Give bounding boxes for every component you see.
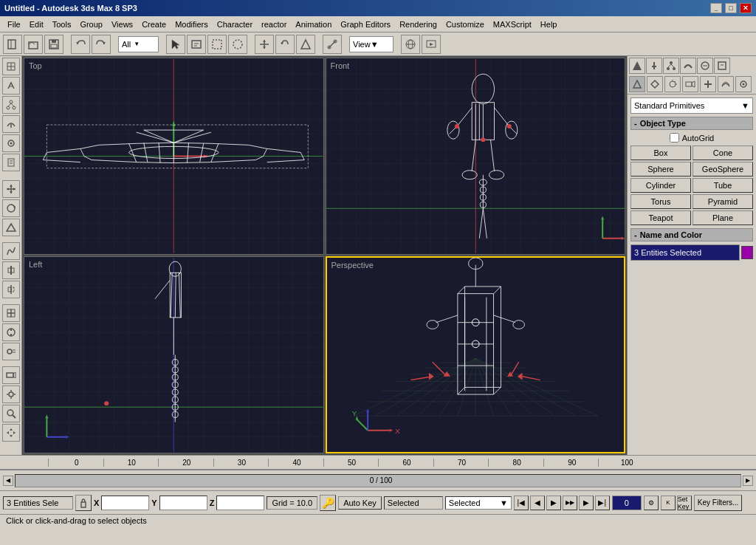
systems-subtab[interactable] — [735, 76, 752, 92]
menu-views[interactable]: Views — [107, 18, 137, 30]
timeline-scroll-right[interactable]: ▶ — [743, 476, 753, 486]
redo-button[interactable] — [92, 35, 111, 54]
scale-tool[interactable] — [2, 219, 20, 236]
pyramid-button[interactable]: Pyramid — [693, 194, 753, 209]
cameras-subtab[interactable] — [682, 76, 698, 92]
undo-button[interactable] — [71, 35, 90, 54]
menu-modifiers[interactable]: Modifiers — [171, 18, 213, 30]
teapot-button[interactable]: Teapot — [630, 210, 691, 225]
save-button[interactable] — [44, 35, 63, 54]
circle-select-button[interactable] — [228, 35, 247, 54]
modify-tab[interactable] — [646, 58, 662, 74]
menu-customize[interactable]: Customize — [441, 18, 489, 30]
go-to-start-button[interactable]: |◀ — [514, 496, 529, 510]
display-tab[interactable] — [697, 58, 713, 74]
create-tab[interactable] — [629, 58, 645, 74]
maximize-button[interactable]: □ — [725, 3, 737, 13]
create-tool[interactable] — [2, 58, 20, 75]
light-tool[interactable] — [2, 385, 20, 403]
z-input[interactable] — [216, 496, 264, 510]
menu-graph-editors[interactable]: Graph Editors — [336, 18, 395, 30]
spline-tool[interactable] — [2, 242, 20, 260]
menu-maxscript[interactable]: MAXScript — [489, 18, 536, 30]
hierarchy-tool[interactable] — [2, 96, 20, 114]
align-tool[interactable] — [2, 261, 20, 279]
geosphere-button[interactable]: GeoSphere — [693, 162, 753, 176]
go-to-end-button[interactable]: ▶| — [595, 496, 610, 510]
timeline-scroll-left[interactable]: ◀ — [3, 476, 13, 486]
set-keys-icon[interactable]: 🔑 — [320, 495, 336, 511]
lights-subtab[interactable] — [664, 76, 681, 92]
color-swatch[interactable] — [741, 246, 753, 259]
selection-mode-dropdown[interactable]: Selected ▼ — [445, 496, 512, 510]
time-config-button[interactable]: ⚙ — [644, 496, 659, 510]
cylinder-button[interactable]: Cylinder — [630, 178, 691, 193]
menu-rendering[interactable]: Rendering — [395, 18, 441, 30]
object-name-input[interactable] — [630, 244, 740, 261]
render-button[interactable] — [422, 35, 441, 54]
key-mode-button[interactable]: K — [661, 496, 676, 510]
auto-key-button[interactable]: Auto Key — [338, 496, 382, 510]
titlebar-controls[interactable]: _ □ ✕ — [710, 3, 752, 13]
utility-tab[interactable] — [714, 58, 730, 74]
menu-character[interactable]: Character — [213, 18, 257, 30]
camera-tool[interactable] — [2, 366, 20, 384]
sphere-button[interactable]: Sphere — [630, 162, 691, 176]
x-input[interactable] — [101, 496, 149, 510]
motion-tab[interactable] — [680, 58, 696, 74]
menu-reactor[interactable]: reactor — [257, 18, 291, 30]
menu-edit[interactable]: Edit — [25, 18, 48, 30]
play-button[interactable]: ▶ — [546, 496, 561, 510]
menu-animation[interactable]: Animation — [291, 18, 336, 30]
primitives-type-dropdown[interactable]: Standard Primitives ▼ — [630, 97, 753, 114]
menu-help[interactable]: Help — [536, 18, 562, 30]
display-tool[interactable] — [2, 134, 20, 152]
motion-tool[interactable] — [2, 115, 20, 133]
open-button[interactable] — [24, 35, 43, 54]
y-input[interactable] — [159, 496, 207, 510]
plane-button[interactable]: Plane — [693, 210, 753, 225]
close-button[interactable]: ✕ — [740, 3, 752, 13]
name-color-section[interactable]: - Name and Color — [630, 228, 753, 241]
shapes-subtab[interactable] — [647, 76, 663, 92]
spacewarps-subtab[interactable] — [718, 76, 734, 92]
new-scene-button[interactable] — [3, 35, 22, 54]
menu-file[interactable]: File — [3, 18, 25, 30]
pan-tool[interactable] — [2, 424, 20, 442]
snap-tool[interactable] — [2, 323, 20, 341]
geometry-subtab[interactable] — [629, 76, 645, 92]
select-and-move[interactable] — [2, 180, 20, 198]
menu-group[interactable]: Group — [75, 18, 107, 30]
next-frame-button[interactable]: ▶ — [579, 496, 594, 510]
box-button[interactable]: Box — [630, 145, 691, 160]
rotate-tool[interactable] — [2, 199, 20, 217]
autogrid-checkbox[interactable] — [670, 133, 679, 143]
minimize-button[interactable]: _ — [710, 3, 722, 13]
set-key-button[interactable]: Set Key — [677, 496, 692, 510]
tube-button[interactable]: Tube — [693, 178, 753, 193]
zoom-extents-tool[interactable] — [2, 405, 20, 422]
viewport-top[interactable]: Top — [24, 58, 324, 255]
play-all-button[interactable]: ▶▶ — [563, 496, 577, 510]
viewport-front[interactable]: Front — [326, 58, 626, 255]
select-by-name-button[interactable] — [187, 35, 206, 54]
cone-button[interactable]: Cone — [693, 145, 753, 160]
timeline-bar[interactable]: 0 / 100 — [15, 474, 741, 487]
viewport-shading-dropdown[interactable]: View ▼ — [349, 36, 394, 52]
scale-button[interactable] — [296, 35, 315, 54]
link-button[interactable] — [323, 35, 342, 54]
rect-select-button[interactable] — [207, 35, 227, 54]
key-filters-button[interactable]: Key Filters... — [694, 495, 743, 511]
select-object-button[interactable] — [166, 35, 185, 54]
utilities-tool[interactable] — [2, 154, 20, 171]
viewport-left[interactable]: Left — [24, 256, 324, 453]
hierarchy-tab[interactable] — [663, 58, 679, 74]
menu-create[interactable]: Create — [137, 18, 171, 30]
named-selection-tool[interactable] — [2, 343, 20, 360]
lock-button[interactable] — [75, 495, 92, 511]
helpers-subtab[interactable] — [700, 76, 716, 92]
mirror-tool[interactable] — [2, 281, 20, 298]
material-editor-button[interactable] — [401, 35, 420, 54]
selection-filter-dropdown[interactable]: All ▼ — [118, 36, 159, 52]
torus-button[interactable]: Torus — [630, 194, 691, 209]
